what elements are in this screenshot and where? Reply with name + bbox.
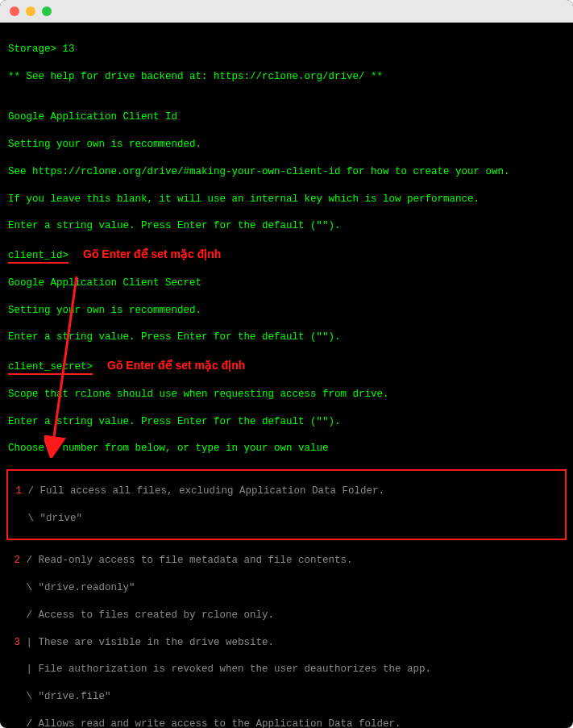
output-line: Choose a number from below, or type in y… [8,442,565,456]
scope-option: / Access to files created by rclone only… [8,609,565,622]
scope-option: \ "drive.readonly" [8,581,565,595]
scope-option: 2 / Read-only access to file metadata an… [8,554,565,568]
client-secret-prompt[interactable]: client_secret> [8,361,93,375]
client-id-prompt[interactable]: client_id> [8,250,69,264]
scope-option: | File authorization is revoked when the… [8,663,565,676]
scope-option-1-highlight: 1 / Full access all files, excluding App… [6,469,567,540]
zoom-icon[interactable] [42,6,52,16]
titlebar [0,0,573,23]
output-line: See https://rclone.org/drive/#making-you… [8,165,565,179]
annotation-enter-default: Gõ Enter để set mặc định [69,247,221,262]
output-line: Google Application Client Secret [8,277,565,290]
annotation-enter-default: Gõ Enter để set mặc định [93,358,245,373]
terminal-content[interactable]: Storage> 13 ** See help for drive backen… [0,23,573,728]
scope-option: / Allows read and write access to the Ap… [8,718,565,728]
output-line: ** See help for drive backend at: https:… [8,70,565,84]
close-icon[interactable] [10,6,19,16]
output-line: Storage> 13 [8,43,565,56]
output-line: Google Application Client Id [8,110,565,124]
output-line: Scope that rclone should use when reques… [8,388,565,401]
output-line: Setting your own is recommended. [8,138,565,152]
terminal-window: Storage> 13 ** See help for drive backen… [0,0,573,728]
scope-option: \ "drive.file" [8,690,565,704]
output-line: Enter a string value. Press Enter for th… [8,331,565,344]
output-line: If you leave this blank, it will use an … [8,193,565,206]
output-line: Setting your own is recommended. [8,304,565,318]
output-line: Enter a string value. Press Enter for th… [8,219,565,233]
scope-option: 3 | These are visible in the drive websi… [8,636,565,650]
output-line: Enter a string value. Press Enter for th… [8,415,565,429]
minimize-icon[interactable] [26,6,35,16]
prompt-row: client_id>Gõ Enter để set mặc định [8,247,565,263]
scope-option: \ "drive" [10,512,563,526]
scope-option: 1 / Full access all files, excluding App… [10,485,563,498]
prompt-row: client_secret>Gõ Enter để set mặc định [8,358,565,374]
